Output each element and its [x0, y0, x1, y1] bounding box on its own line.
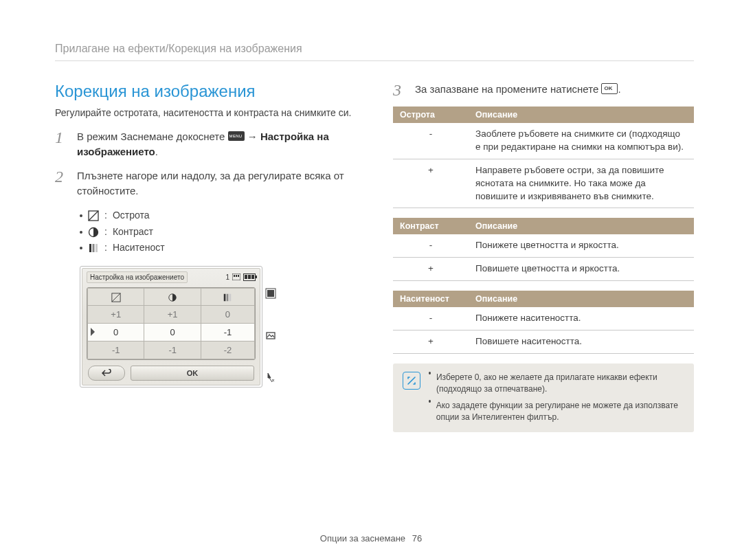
page-number: 76: [412, 533, 422, 544]
step-2: 2 Плъзнете нагоре или надолу, за да регу…: [55, 168, 356, 199]
step1-arrow: →: [247, 131, 260, 142]
th-sat: Наситеност: [393, 291, 469, 307]
memory-icon: [232, 273, 240, 282]
col-sharp-icon: [88, 289, 144, 306]
menu-icon: [228, 131, 245, 141]
svg-rect-3: [93, 244, 95, 252]
adjust-sat-label: Наситеност: [113, 240, 165, 256]
battery-icon: [243, 273, 256, 281]
table-row: +Направете ръбовете остри, за да повишит…: [393, 159, 694, 208]
section-intro: Регулирайте остротата, наситеността и ко…: [55, 107, 356, 120]
th-desc: Описание: [469, 291, 694, 307]
col-contrast-icon: [144, 289, 201, 306]
step-number: 3: [393, 82, 405, 98]
svg-rect-7: [236, 275, 237, 277]
step-3: 3 За запазване на промените натиснете .: [393, 82, 694, 98]
step1-post: .: [155, 146, 158, 157]
svg-rect-6: [234, 275, 235, 277]
th-desc: Описание: [469, 107, 694, 123]
adjust-sharp-label: Острота: [113, 208, 150, 224]
svg-rect-4: [95, 244, 98, 252]
table-row: -Заоблете ръбовете на снимките си (подхо…: [393, 123, 694, 159]
svg-rect-15: [267, 290, 274, 297]
breadcrumb: Прилагане на ефекти/Корекция на изображе…: [55, 43, 694, 61]
footer-section: Опции за заснемане: [320, 533, 405, 544]
grid-row-below: -1 -1 -2: [88, 341, 255, 359]
step3-pre: За запазване на промените натиснете: [415, 83, 601, 95]
grid-row-selected: 0 0 -1: [88, 323, 255, 341]
th-contrast: Контраст: [393, 218, 469, 234]
ok-icon: [601, 83, 618, 94]
adjust-list: : Острота : Контраст : Наситеност: [80, 208, 356, 256]
camera-title: Настройка на изображението: [87, 271, 188, 283]
side-icon-3: [265, 372, 276, 385]
step3-post: .: [618, 83, 620, 95]
step-number: 2: [55, 168, 67, 199]
grid-row-above: +1 +1 0: [88, 305, 255, 323]
note-box: Изберете 0, ако не желаете да прилагате …: [393, 363, 694, 432]
contrast-table: Контраст Описание -Понижете цветността и…: [393, 218, 694, 281]
bullet-icon: [80, 214, 82, 217]
th-sharp: Острота: [393, 107, 469, 123]
contrast-icon: [88, 227, 99, 238]
camera-count: 1: [225, 273, 229, 281]
th-desc: Описание: [469, 218, 694, 234]
table-row: -Понижете наситеността.: [393, 307, 694, 330]
svg-rect-13: [229, 294, 232, 302]
bullet-icon: [80, 247, 82, 249]
col-sat-icon: [201, 289, 254, 306]
step-number: 1: [55, 129, 67, 160]
svg-rect-11: [224, 294, 226, 302]
saturation-table: Наситеност Описание -Понижете наситеност…: [393, 291, 694, 354]
bullet-icon: [80, 231, 82, 234]
section-heading: Корекция на изображения: [55, 82, 356, 101]
page-footer: Опции за заснемане 76: [0, 533, 742, 544]
camera-screen: Настройка на изображението 1: [80, 266, 262, 388]
saturation-icon: [88, 243, 99, 254]
step-1: 1 В режим Заснемане докоснете → Настройк…: [55, 129, 356, 160]
svg-rect-2: [89, 244, 91, 252]
back-button[interactable]: [88, 366, 125, 381]
sharpness-table: Острота Описание -Заоблете ръбовете на с…: [393, 107, 694, 208]
svg-rect-8: [238, 275, 239, 277]
note-item: Ако зададете функции за регулиране не мо…: [429, 400, 684, 424]
table-row: +Повишете цветността и яркостта.: [393, 258, 694, 281]
step1-pre: В режим Заснемане докоснете: [77, 131, 228, 142]
sharpness-icon: [88, 210, 99, 221]
bullet-icon: [429, 400, 431, 403]
adjust-grid: +1 +1 0 0 0 -1 -1 -1: [87, 288, 255, 359]
note-item: Изберете 0, ако не желаете да прилагате …: [429, 372, 684, 396]
right-column: 3 За запазване на промените натиснете . …: [393, 82, 694, 432]
bullet-icon: [429, 372, 431, 374]
info-icon: [403, 372, 420, 390]
table-row: +Повишете наситеността.: [393, 331, 694, 354]
left-column: Корекция на изображения Регулирайте остр…: [55, 82, 356, 432]
table-row: -Понижете цветността и яркостта.: [393, 234, 694, 257]
side-icon-1: [265, 288, 276, 301]
adjust-contrast-label: Контраст: [113, 224, 153, 240]
side-icon-2: [265, 330, 276, 343]
step2-text: Плъзнете нагоре или надолу, за да регули…: [77, 168, 356, 199]
ok-button[interactable]: OK: [131, 366, 254, 381]
svg-rect-12: [227, 294, 229, 302]
